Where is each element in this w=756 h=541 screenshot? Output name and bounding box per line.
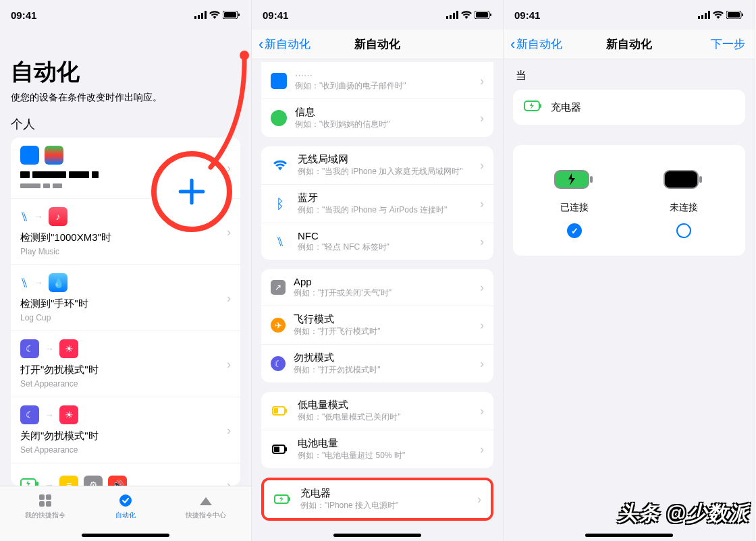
trigger-sub: 例如："iPhone 接入电源时" (300, 500, 398, 511)
svg-rect-30 (698, 16, 700, 19)
wifi-icon (713, 11, 724, 19)
screen-new-automation-list: 09:41 ‹ 新自动化 新自动化 ✉ ⋯⋯例如："收到曲扬的电子邮件时" › … (252, 0, 504, 541)
home-indicator (585, 534, 673, 537)
trigger-wifi[interactable]: 无线局域网例如："当我的 iPhone 加入家庭无线局域网时" › (261, 146, 493, 184)
option-label: 已连接 (560, 202, 589, 214)
tab-label: 快捷指令中心 (186, 511, 226, 520)
svg-rect-23 (274, 408, 278, 414)
chevron-right-icon: › (480, 159, 484, 173)
svg-rect-17 (453, 13, 455, 19)
trigger-battery-level[interactable]: 电池电量例如："电池电量超过 50% 时" › (261, 430, 493, 468)
charge-icon (20, 478, 39, 486)
nav-title: 新自动化 (354, 36, 400, 52)
svg-rect-33 (708, 11, 710, 19)
automation-sub: Set Appearance (20, 379, 231, 389)
wifi-icon (271, 160, 290, 171)
trigger-sub: 例如："打开勿扰模式时" (294, 364, 381, 376)
svg-rect-13 (46, 501, 51, 507)
svg-rect-29 (289, 497, 290, 501)
trigger-charger[interactable]: 充电器例如："iPhone 接入电源时" › (264, 480, 491, 518)
trigger-nfc[interactable]: ⑊ NFC例如："轻点 NFC 标签时" › (261, 223, 493, 260)
nav-next-button[interactable]: 下一步 (711, 36, 745, 52)
option-disconnected[interactable]: 未连接 (663, 169, 705, 238)
trigger-bluetooth[interactable]: ᛒ 蓝牙例如："当我的 iPhone 与 AirPods 连接时" › (261, 184, 493, 223)
page-title: 自动化 (11, 57, 240, 88)
sun-icon: ☀ (59, 405, 78, 424)
trigger-title: 充电器 (300, 487, 398, 500)
charger-icon (524, 101, 543, 114)
trigger-low-power[interactable]: 低电量模式例如："低电量模式已关闭时" › (261, 392, 493, 430)
automation-item[interactable]: ⑊ → 💧 检测到"手环"时 Log Cup › (11, 264, 240, 331)
signal-icon (194, 11, 207, 19)
svg-rect-32 (705, 13, 707, 19)
battery-level-icon (271, 445, 290, 454)
signal-icon (446, 11, 458, 19)
chevron-right-icon: › (227, 478, 231, 486)
grid-icon (36, 492, 54, 509)
trigger-dnd[interactable]: ☾ 勿扰模式例如："打开勿扰模式时" › (261, 344, 493, 382)
charger-highlight: 充电器例如："iPhone 接入电源时" › (261, 478, 493, 521)
trigger-title: 低电量模式 (298, 399, 401, 411)
svg-rect-35 (728, 12, 740, 18)
trigger-app[interactable]: ↗ App例如："打开或关闭'天气'时" › (261, 269, 493, 306)
charger-icon (273, 494, 292, 504)
battery-full-icon (663, 169, 705, 192)
trigger-title: 无线局域网 (298, 153, 463, 166)
moon-icon: ☾ (20, 405, 39, 424)
svg-rect-10 (39, 494, 45, 500)
svg-rect-15 (446, 16, 448, 19)
tab-gallery[interactable]: 快捷指令中心 (186, 492, 226, 520)
automation-sub: Log Cup (20, 313, 231, 322)
tab-label: 我的快捷指令 (25, 511, 65, 520)
nav-back-button[interactable]: ‹ 新自动化 (259, 36, 310, 52)
radio-checked[interactable] (567, 223, 582, 238)
app-icon (20, 146, 39, 165)
clock: 09:41 (263, 9, 288, 21)
svg-rect-38 (540, 104, 541, 108)
svg-rect-18 (456, 11, 458, 19)
trigger-message[interactable]: 信息例如："收到妈妈的信息时" › (261, 98, 493, 137)
sun-icon: ☀ (59, 339, 78, 358)
nav-back-button[interactable]: ‹ 新自动化 (510, 36, 562, 52)
svg-rect-0 (194, 16, 196, 19)
water-icon: 💧 (49, 273, 68, 292)
status-indicators (194, 11, 240, 19)
svg-rect-40 (590, 176, 593, 183)
chevron-right-icon: › (227, 291, 231, 305)
chevron-right-icon: › (480, 197, 484, 211)
add-button-highlight[interactable] (151, 151, 232, 232)
bluetooth-icon: ᛒ (271, 196, 290, 212)
chevron-right-icon: › (227, 357, 231, 371)
automation-icon (117, 492, 134, 509)
chevron-left-icon: ‹ (510, 37, 515, 52)
status-bar: 09:41 (252, 0, 503, 30)
chevron-right-icon: › (477, 492, 481, 507)
page-subtitle: 使您的设备在条件改变时作出响应。 (11, 92, 240, 104)
trigger-title: 飞行模式 (294, 313, 381, 326)
trigger-sub: 例如："轻点 NFC 标签时" (298, 241, 389, 253)
chevron-left-icon: ‹ (259, 37, 263, 52)
option-connected[interactable]: 已连接 (554, 169, 595, 238)
screen-automation-list: 09:41 自动化 使您的设备在条件改变时作出响应。 个人 (0, 0, 252, 541)
wifi-icon (209, 11, 220, 19)
automation-item[interactable]: ☾ → ☀ 关闭"勿扰模式"时 Set Appearance › (11, 397, 240, 463)
automation-item[interactable]: → ≡ ⚙ 🔊 › (11, 463, 240, 486)
music-icon: ♪ (49, 207, 68, 226)
tab-bar: 我的快捷指令 自动化 快捷指令中心 (0, 486, 251, 541)
airplane-icon: ✈ (271, 318, 286, 333)
trigger-airplane[interactable]: ✈ 飞行模式例如："打开飞行模式时" › (261, 306, 493, 344)
svg-rect-1 (198, 15, 200, 19)
trigger-sub: 例如："收到妈妈的信息时" (295, 119, 390, 130)
bluetooth-icon: ⑊ (20, 275, 28, 291)
trigger-email[interactable]: ✉ ⋯⋯例如："收到曲扬的电子邮件时" › (261, 63, 493, 98)
app-icon (45, 146, 63, 165)
tab-automation[interactable]: 自动化 (115, 492, 136, 520)
gear-icon: ⚙ (84, 476, 103, 486)
status-indicators (446, 11, 492, 19)
tab-shortcuts[interactable]: 我的快捷指令 (25, 492, 65, 520)
home-indicator (333, 534, 421, 537)
automation-item[interactable]: ☾ → ☀ 打开"勿扰模式"时 Set Appearance › (11, 331, 240, 397)
svg-rect-12 (39, 501, 45, 507)
radio-unchecked[interactable] (676, 223, 691, 238)
svg-rect-31 (701, 15, 703, 19)
